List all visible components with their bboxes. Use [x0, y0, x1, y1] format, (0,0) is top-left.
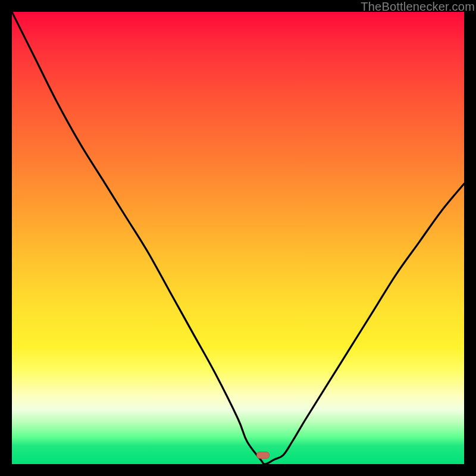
bottleneck-curve [12, 12, 464, 464]
chart-frame: TheBottlenecker.com [0, 0, 476, 476]
minimum-marker [256, 452, 270, 459]
plot-area [12, 12, 464, 464]
curve-path [12, 12, 464, 464]
